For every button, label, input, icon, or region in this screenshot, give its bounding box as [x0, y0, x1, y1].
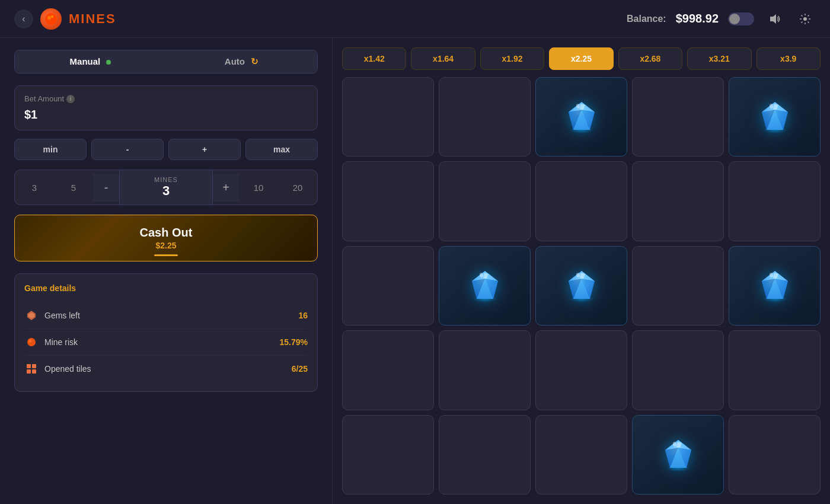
- detail-left-opened-tiles: Opened tiles: [24, 362, 91, 376]
- grid-cell-4-0[interactable]: [342, 415, 434, 495]
- mines-value: 3: [162, 183, 170, 199]
- svg-rect-11: [27, 369, 31, 374]
- grid-cell-3-0[interactable]: [342, 330, 434, 410]
- grid-cell-2-2[interactable]: [535, 246, 627, 326]
- grid-cell-0-2[interactable]: [535, 77, 627, 157]
- grid-cell-1-3[interactable]: [632, 161, 724, 241]
- grid-cell-0-1[interactable]: [439, 77, 531, 157]
- svg-point-8: [29, 340, 32, 343]
- tab-auto[interactable]: Auto ↻: [166, 50, 317, 73]
- bet-decrease-button[interactable]: -: [91, 139, 164, 160]
- grid-cell-4-2[interactable]: [535, 415, 627, 495]
- grid-cell-4-1[interactable]: [439, 415, 531, 495]
- grid-cell-3-2[interactable]: [535, 330, 627, 410]
- header: ‹ MINES Balance: $998.92: [0, 0, 830, 38]
- mines-selector: 3 5 - Mines 3 + 10 20: [14, 170, 318, 205]
- detail-row-opened-tiles: Opened tiles 6/25: [24, 356, 308, 382]
- grid-cell-4-3[interactable]: [632, 415, 724, 495]
- svg-point-1: [47, 16, 51, 20]
- cashout-amount: $2.25: [25, 241, 307, 250]
- mines-option-3[interactable]: 3: [15, 176, 54, 200]
- grid-cell-1-1[interactable]: [439, 161, 531, 241]
- grid-cell-1-2[interactable]: [535, 161, 627, 241]
- info-icon: i: [66, 95, 75, 103]
- grid-cell-4-4[interactable]: [729, 415, 821, 495]
- logo-icon: [40, 8, 62, 30]
- grid-cell-2-1[interactable]: [439, 246, 531, 326]
- grid-cell-3-1[interactable]: [439, 330, 531, 410]
- grid-cell-1-4[interactable]: [729, 161, 821, 241]
- mines-option-5[interactable]: 5: [54, 176, 93, 200]
- bet-max-button[interactable]: max: [245, 139, 318, 160]
- main: Manual Auto ↻ Bet Amount i $1 min - + ma…: [0, 38, 830, 504]
- svg-point-0: [45, 13, 57, 25]
- bet-amount-section: Bet Amount i $1: [14, 85, 318, 130]
- mines-label: Mines: [154, 176, 178, 183]
- grid-cell-3-4[interactable]: [729, 330, 821, 410]
- multiplier-bar: x1.42x1.64x1.92x2.25x2.68x3.21x3.9: [342, 47, 821, 70]
- bet-increase-button[interactable]: +: [168, 139, 241, 160]
- header-left: ‹ MINES: [14, 8, 116, 30]
- gem-2-2: [564, 268, 599, 304]
- grid-cell-0-4[interactable]: [729, 77, 821, 157]
- multiplier-m4[interactable]: x2.25: [549, 47, 613, 70]
- balance-label: Balance:: [627, 14, 666, 24]
- mode-tabs: Manual Auto ↻: [14, 50, 318, 74]
- detail-left-mine-risk: Mine risk: [24, 335, 78, 349]
- multiplier-m6[interactable]: x3.21: [687, 47, 751, 70]
- grid-cell-2-3[interactable]: [632, 246, 724, 326]
- grid-cell-3-3[interactable]: [632, 330, 724, 410]
- svg-rect-10: [32, 364, 36, 368]
- grid-cell-2-4[interactable]: [729, 246, 821, 326]
- grid-cell-0-0[interactable]: [342, 77, 434, 157]
- balance-value: $998.92: [676, 12, 719, 25]
- bet-min-button[interactable]: min: [14, 139, 87, 160]
- cashout-button[interactable]: Cash Out $2.25: [14, 215, 318, 261]
- mines-option-20[interactable]: 20: [278, 176, 317, 200]
- tab-manual[interactable]: Manual: [15, 50, 166, 73]
- bet-label: Bet Amount i: [24, 94, 308, 103]
- multiplier-m5[interactable]: x2.68: [618, 47, 682, 70]
- mines-increase-button[interactable]: +: [213, 174, 239, 202]
- auto-icon: ↻: [251, 56, 258, 66]
- header-right: Balance: $998.92: [627, 8, 816, 30]
- mine-risk-value: 15.79%: [280, 337, 308, 347]
- gem-0-2: [564, 99, 599, 135]
- gem-2-1: [467, 268, 503, 304]
- grid-cell-2-0[interactable]: [342, 246, 434, 326]
- bet-controls: min - + max: [14, 139, 318, 160]
- right-panel: x1.42x1.64x1.92x2.25x2.68x3.21x3.9: [333, 38, 830, 504]
- sound-button[interactable]: [764, 8, 785, 30]
- game-details: Game details Gems left 16: [14, 273, 318, 392]
- gem-0-4: [757, 99, 793, 135]
- detail-row-gems: Gems left 16: [24, 302, 308, 329]
- manual-dot: [106, 60, 111, 65]
- detail-left-gems: Gems left: [24, 308, 80, 323]
- mine-risk-icon: [24, 335, 39, 349]
- svg-marker-3: [770, 14, 776, 24]
- settings-button[interactable]: [794, 8, 816, 30]
- svg-point-7: [27, 338, 36, 346]
- tiles-icon: [24, 362, 39, 376]
- grid-cell-1-0[interactable]: [342, 161, 434, 241]
- svg-rect-9: [27, 364, 31, 368]
- cashout-label: Cash Out: [25, 226, 307, 240]
- multiplier-m7[interactable]: x3.9: [756, 47, 821, 70]
- mines-center: Mines 3: [119, 170, 213, 205]
- cashout-progress-bar: [154, 254, 178, 256]
- opened-tiles-value: 6/25: [292, 364, 308, 374]
- multiplier-m3[interactable]: x1.92: [480, 47, 544, 70]
- svg-rect-12: [32, 369, 36, 374]
- back-button[interactable]: ‹: [14, 9, 33, 28]
- gems-icon: [24, 308, 39, 323]
- svg-point-4: [803, 17, 807, 21]
- detail-row-mine-risk: Mine risk 15.79%: [24, 329, 308, 356]
- mines-option-10[interactable]: 10: [239, 176, 278, 200]
- mines-decrease-button[interactable]: -: [93, 174, 119, 202]
- grid-cell-0-3[interactable]: [632, 77, 724, 157]
- multiplier-m1[interactable]: x1.42: [342, 47, 406, 70]
- balance-toggle[interactable]: [728, 12, 754, 25]
- gems-left-value: 16: [298, 311, 308, 320]
- bet-value: $1: [24, 108, 308, 122]
- multiplier-m2[interactable]: x1.64: [411, 47, 475, 70]
